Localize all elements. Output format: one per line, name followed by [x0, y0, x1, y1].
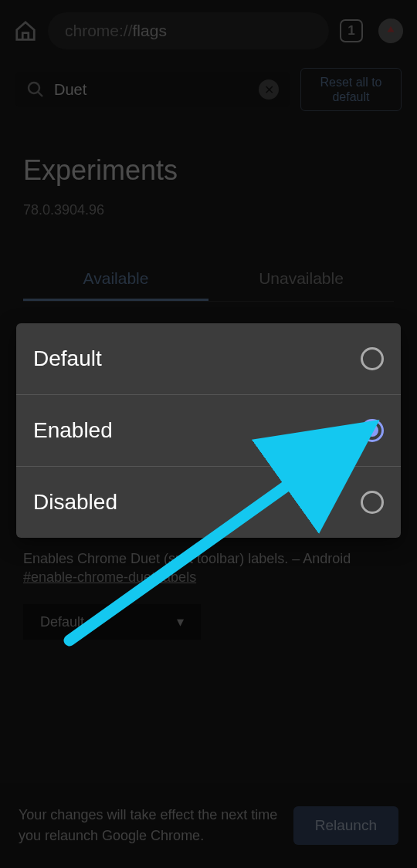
relaunch-button[interactable]: Relaunch — [293, 806, 398, 845]
home-icon[interactable] — [14, 19, 37, 42]
menu-icon[interactable] — [378, 19, 403, 43]
flag-select-value: Default — [40, 614, 84, 630]
radio-icon — [361, 491, 384, 514]
svg-point-0 — [29, 83, 39, 93]
flags-search-box[interactable]: ✕ — [15, 72, 290, 107]
tabs: Available Unavailable — [23, 258, 394, 302]
relaunch-bar: Your changes will take effect the next t… — [0, 783, 417, 868]
url-path: flags — [133, 22, 167, 40]
clear-search-icon[interactable]: ✕ — [259, 79, 279, 100]
popup-option-label: Enabled — [33, 418, 113, 443]
version-text: 78.0.3904.96 — [0, 202, 417, 218]
radio-selected-icon — [361, 419, 384, 442]
omnibox[interactable]: chrome://flags — [48, 12, 329, 49]
popup-option-label: Default — [33, 346, 102, 371]
flag-description: Enables Chrome Duet (split toolbar) labe… — [23, 549, 394, 569]
radio-icon — [361, 347, 384, 370]
tab-unavailable[interactable]: Unavailable — [208, 258, 394, 301]
tab-count: 1 — [348, 23, 354, 39]
tab-available[interactable]: Available — [23, 258, 208, 301]
tab-switcher-button[interactable]: 1 — [340, 19, 363, 42]
svg-line-1 — [38, 92, 42, 96]
popup-option-disabled[interactable]: Disabled — [16, 467, 401, 538]
page-title: Experiments — [0, 117, 417, 202]
flag-hash[interactable]: #enable-chrome-duet-labels — [23, 569, 394, 586]
reset-all-button[interactable]: Reset all to default — [300, 68, 402, 111]
browser-toolbar: chrome://flags 1 — [0, 0, 417, 62]
relaunch-text: Your changes will take effect the next t… — [19, 805, 280, 846]
chevron-down-icon: ▾ — [177, 613, 184, 630]
flag-select-dropdown[interactable]: Default ▾ — [23, 604, 201, 640]
url-prefix: chrome:// — [65, 22, 133, 40]
popup-option-enabled[interactable]: Enabled — [16, 395, 401, 467]
popup-option-default[interactable]: Default — [16, 323, 401, 395]
select-popup: Default Enabled Disabled — [16, 323, 401, 538]
search-icon — [26, 80, 45, 99]
popup-option-label: Disabled — [33, 490, 117, 515]
flag-entry: Enables Chrome Duet (split toolbar) labe… — [0, 549, 417, 640]
search-input[interactable] — [54, 81, 249, 99]
